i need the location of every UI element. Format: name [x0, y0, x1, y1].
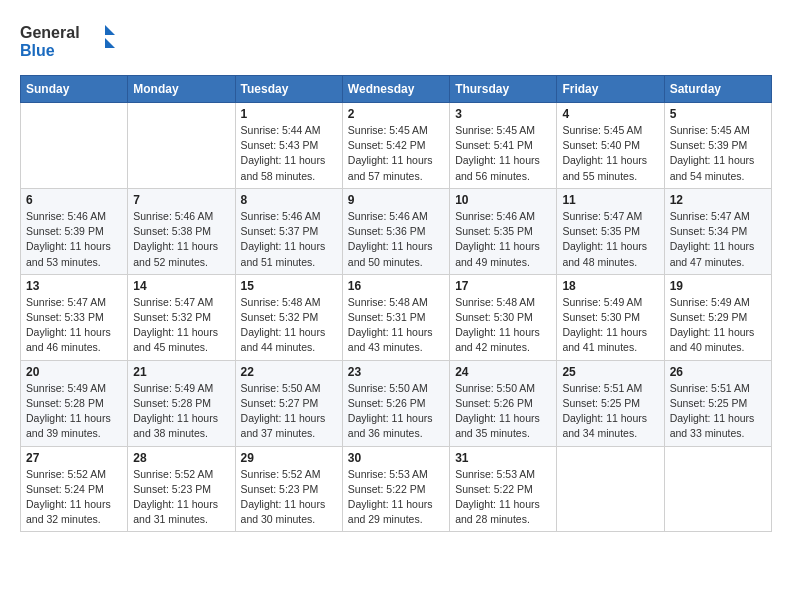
calendar-cell: 15Sunrise: 5:48 AM Sunset: 5:32 PM Dayli…	[235, 274, 342, 360]
calendar-cell: 23Sunrise: 5:50 AM Sunset: 5:26 PM Dayli…	[342, 360, 449, 446]
calendar-cell	[128, 103, 235, 189]
day-info: Sunrise: 5:44 AM Sunset: 5:43 PM Dayligh…	[241, 123, 337, 184]
weekday-header-wednesday: Wednesday	[342, 76, 449, 103]
day-number: 18	[562, 279, 658, 293]
day-info: Sunrise: 5:46 AM Sunset: 5:39 PM Dayligh…	[26, 209, 122, 270]
day-info: Sunrise: 5:50 AM Sunset: 5:27 PM Dayligh…	[241, 381, 337, 442]
day-number: 24	[455, 365, 551, 379]
day-number: 29	[241, 451, 337, 465]
day-info: Sunrise: 5:50 AM Sunset: 5:26 PM Dayligh…	[455, 381, 551, 442]
calendar-cell	[21, 103, 128, 189]
day-info: Sunrise: 5:50 AM Sunset: 5:26 PM Dayligh…	[348, 381, 444, 442]
calendar-cell: 25Sunrise: 5:51 AM Sunset: 5:25 PM Dayli…	[557, 360, 664, 446]
calendar-cell: 12Sunrise: 5:47 AM Sunset: 5:34 PM Dayli…	[664, 188, 771, 274]
calendar-cell: 31Sunrise: 5:53 AM Sunset: 5:22 PM Dayli…	[450, 446, 557, 532]
calendar-cell: 16Sunrise: 5:48 AM Sunset: 5:31 PM Dayli…	[342, 274, 449, 360]
weekday-header-sunday: Sunday	[21, 76, 128, 103]
day-info: Sunrise: 5:49 AM Sunset: 5:29 PM Dayligh…	[670, 295, 766, 356]
day-info: Sunrise: 5:49 AM Sunset: 5:28 PM Dayligh…	[133, 381, 229, 442]
day-number: 1	[241, 107, 337, 121]
day-info: Sunrise: 5:47 AM Sunset: 5:34 PM Dayligh…	[670, 209, 766, 270]
day-number: 21	[133, 365, 229, 379]
calendar-cell: 17Sunrise: 5:48 AM Sunset: 5:30 PM Dayli…	[450, 274, 557, 360]
svg-text:General: General	[20, 24, 80, 41]
calendar-cell: 1Sunrise: 5:44 AM Sunset: 5:43 PM Daylig…	[235, 103, 342, 189]
calendar-cell: 18Sunrise: 5:49 AM Sunset: 5:30 PM Dayli…	[557, 274, 664, 360]
calendar-cell: 20Sunrise: 5:49 AM Sunset: 5:28 PM Dayli…	[21, 360, 128, 446]
day-number: 14	[133, 279, 229, 293]
day-number: 17	[455, 279, 551, 293]
calendar-cell: 3Sunrise: 5:45 AM Sunset: 5:41 PM Daylig…	[450, 103, 557, 189]
calendar-cell: 4Sunrise: 5:45 AM Sunset: 5:40 PM Daylig…	[557, 103, 664, 189]
day-info: Sunrise: 5:47 AM Sunset: 5:35 PM Dayligh…	[562, 209, 658, 270]
calendar-cell	[664, 446, 771, 532]
calendar-cell: 26Sunrise: 5:51 AM Sunset: 5:25 PM Dayli…	[664, 360, 771, 446]
day-number: 28	[133, 451, 229, 465]
day-info: Sunrise: 5:48 AM Sunset: 5:31 PM Dayligh…	[348, 295, 444, 356]
day-number: 6	[26, 193, 122, 207]
day-info: Sunrise: 5:53 AM Sunset: 5:22 PM Dayligh…	[455, 467, 551, 528]
week-row-4: 20Sunrise: 5:49 AM Sunset: 5:28 PM Dayli…	[21, 360, 772, 446]
day-info: Sunrise: 5:47 AM Sunset: 5:33 PM Dayligh…	[26, 295, 122, 356]
week-row-1: 1Sunrise: 5:44 AM Sunset: 5:43 PM Daylig…	[21, 103, 772, 189]
weekday-header-row: SundayMondayTuesdayWednesdayThursdayFrid…	[21, 76, 772, 103]
day-info: Sunrise: 5:47 AM Sunset: 5:32 PM Dayligh…	[133, 295, 229, 356]
day-number: 19	[670, 279, 766, 293]
day-number: 9	[348, 193, 444, 207]
calendar-cell: 11Sunrise: 5:47 AM Sunset: 5:35 PM Dayli…	[557, 188, 664, 274]
day-info: Sunrise: 5:46 AM Sunset: 5:36 PM Dayligh…	[348, 209, 444, 270]
day-info: Sunrise: 5:45 AM Sunset: 5:41 PM Dayligh…	[455, 123, 551, 184]
logo: General Blue	[20, 20, 115, 65]
day-number: 23	[348, 365, 444, 379]
calendar-cell: 21Sunrise: 5:49 AM Sunset: 5:28 PM Dayli…	[128, 360, 235, 446]
day-number: 27	[26, 451, 122, 465]
day-number: 7	[133, 193, 229, 207]
day-info: Sunrise: 5:52 AM Sunset: 5:24 PM Dayligh…	[26, 467, 122, 528]
calendar-cell: 14Sunrise: 5:47 AM Sunset: 5:32 PM Dayli…	[128, 274, 235, 360]
day-info: Sunrise: 5:46 AM Sunset: 5:38 PM Dayligh…	[133, 209, 229, 270]
calendar-cell: 22Sunrise: 5:50 AM Sunset: 5:27 PM Dayli…	[235, 360, 342, 446]
day-info: Sunrise: 5:48 AM Sunset: 5:32 PM Dayligh…	[241, 295, 337, 356]
calendar-cell: 19Sunrise: 5:49 AM Sunset: 5:29 PM Dayli…	[664, 274, 771, 360]
day-number: 30	[348, 451, 444, 465]
day-number: 16	[348, 279, 444, 293]
svg-marker-3	[105, 38, 115, 48]
weekday-header-tuesday: Tuesday	[235, 76, 342, 103]
day-info: Sunrise: 5:45 AM Sunset: 5:42 PM Dayligh…	[348, 123, 444, 184]
day-info: Sunrise: 5:51 AM Sunset: 5:25 PM Dayligh…	[562, 381, 658, 442]
calendar-cell: 27Sunrise: 5:52 AM Sunset: 5:24 PM Dayli…	[21, 446, 128, 532]
day-number: 10	[455, 193, 551, 207]
day-number: 26	[670, 365, 766, 379]
day-info: Sunrise: 5:49 AM Sunset: 5:28 PM Dayligh…	[26, 381, 122, 442]
svg-text:Blue: Blue	[20, 42, 55, 59]
day-info: Sunrise: 5:48 AM Sunset: 5:30 PM Dayligh…	[455, 295, 551, 356]
calendar-cell: 2Sunrise: 5:45 AM Sunset: 5:42 PM Daylig…	[342, 103, 449, 189]
logo-svg: General Blue	[20, 20, 115, 65]
day-number: 20	[26, 365, 122, 379]
day-number: 13	[26, 279, 122, 293]
week-row-2: 6Sunrise: 5:46 AM Sunset: 5:39 PM Daylig…	[21, 188, 772, 274]
day-number: 8	[241, 193, 337, 207]
day-info: Sunrise: 5:45 AM Sunset: 5:39 PM Dayligh…	[670, 123, 766, 184]
day-number: 15	[241, 279, 337, 293]
calendar-cell: 29Sunrise: 5:52 AM Sunset: 5:23 PM Dayli…	[235, 446, 342, 532]
calendar-cell: 6Sunrise: 5:46 AM Sunset: 5:39 PM Daylig…	[21, 188, 128, 274]
day-number: 4	[562, 107, 658, 121]
calendar-table: SundayMondayTuesdayWednesdayThursdayFrid…	[20, 75, 772, 532]
day-number: 22	[241, 365, 337, 379]
week-row-5: 27Sunrise: 5:52 AM Sunset: 5:24 PM Dayli…	[21, 446, 772, 532]
calendar-cell: 8Sunrise: 5:46 AM Sunset: 5:37 PM Daylig…	[235, 188, 342, 274]
calendar-cell	[557, 446, 664, 532]
day-info: Sunrise: 5:49 AM Sunset: 5:30 PM Dayligh…	[562, 295, 658, 356]
calendar-cell: 24Sunrise: 5:50 AM Sunset: 5:26 PM Dayli…	[450, 360, 557, 446]
svg-marker-2	[105, 25, 115, 35]
calendar-cell: 13Sunrise: 5:47 AM Sunset: 5:33 PM Dayli…	[21, 274, 128, 360]
calendar-cell: 5Sunrise: 5:45 AM Sunset: 5:39 PM Daylig…	[664, 103, 771, 189]
weekday-header-monday: Monday	[128, 76, 235, 103]
day-number: 2	[348, 107, 444, 121]
day-info: Sunrise: 5:52 AM Sunset: 5:23 PM Dayligh…	[133, 467, 229, 528]
calendar-cell: 10Sunrise: 5:46 AM Sunset: 5:35 PM Dayli…	[450, 188, 557, 274]
day-number: 31	[455, 451, 551, 465]
day-number: 11	[562, 193, 658, 207]
day-info: Sunrise: 5:51 AM Sunset: 5:25 PM Dayligh…	[670, 381, 766, 442]
